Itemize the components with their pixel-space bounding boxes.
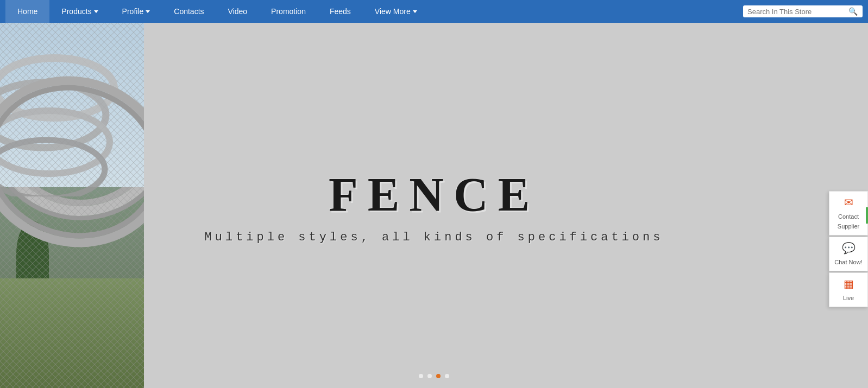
nav-feeds-label: Feeds: [330, 7, 351, 16]
nav-home[interactable]: Home: [5, 0, 49, 23]
contact-supplier-button[interactable]: ✉ ContactSupplier: [829, 191, 868, 236]
nav-profile-label: Profile: [122, 7, 144, 16]
hero-panel-razor-wire: [0, 23, 144, 388]
carousel-dot-4[interactable]: [445, 374, 449, 378]
contact-supplier-label: ContactSupplier: [838, 213, 859, 230]
nav-feeds[interactable]: Feeds: [318, 0, 363, 23]
search-input[interactable]: [747, 8, 845, 16]
products-chevron-icon: [94, 10, 98, 13]
nav-home-label: Home: [17, 7, 37, 16]
carousel-dot-3[interactable]: [436, 374, 441, 378]
hero-subtitle: Multiple styles, all kinds of specificat…: [205, 231, 664, 244]
nav-view-more-label: View More: [375, 7, 411, 16]
contact-supplier-icon: ✉: [832, 196, 865, 209]
nav-products-label: Products: [61, 7, 91, 16]
razor-wire-svg: [0, 44, 144, 196]
search-icon[interactable]: 🔍: [848, 7, 858, 16]
svg-point-1: [0, 82, 106, 148]
live-button[interactable]: ▦ Live: [829, 272, 868, 307]
profile-chevron-icon: [146, 10, 150, 13]
nav-profile[interactable]: Profile: [110, 0, 162, 23]
nav-items: Home Products Profile Contacts Video Pro…: [5, 0, 743, 23]
carousel-dot-2[interactable]: [427, 374, 432, 378]
live-label: Live: [843, 295, 854, 301]
side-buttons-panel: ✉ ContactSupplier 💬 Chat Now! ▦ Live: [829, 191, 868, 307]
nav-promotion-label: Promotion: [271, 7, 306, 16]
svg-point-3: [0, 140, 105, 196]
live-icon: ▦: [832, 277, 865, 290]
chat-now-icon: 💬: [832, 241, 865, 255]
green-status-indicator: [866, 207, 868, 224]
navigation: Home Products Profile Contacts Video Pro…: [0, 0, 868, 23]
carousel-dots: [419, 374, 449, 378]
hero-banner: FENCE Multiple styles, all kinds of spec…: [0, 23, 868, 388]
nav-view-more[interactable]: View More: [363, 0, 429, 23]
nav-video[interactable]: Video: [216, 0, 260, 23]
chat-now-button[interactable]: 💬 Chat Now!: [829, 237, 868, 271]
svg-point-2: [0, 111, 110, 174]
nav-contacts-label: Contacts: [174, 7, 204, 16]
chat-now-label: Chat Now!: [834, 259, 862, 265]
nav-products[interactable]: Products: [49, 0, 110, 23]
nav-contacts[interactable]: Contacts: [162, 0, 216, 23]
search-box: 🔍: [743, 5, 863, 17]
nav-video-label: Video: [228, 7, 248, 16]
view-more-chevron-icon: [413, 10, 417, 13]
carousel-dot-1[interactable]: [419, 374, 423, 378]
nav-promotion[interactable]: Promotion: [259, 0, 318, 23]
hero-title: FENCE: [329, 167, 539, 222]
